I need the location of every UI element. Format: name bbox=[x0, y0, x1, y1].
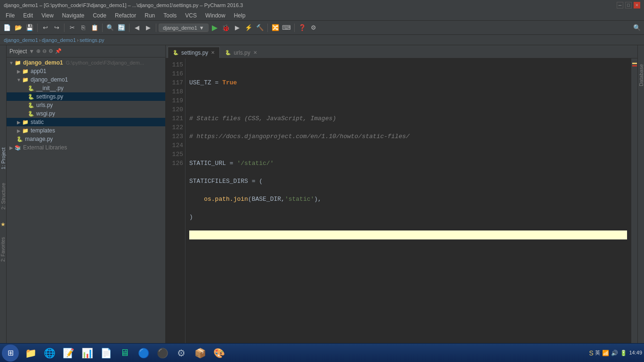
notepad-icon: 📝 bbox=[63, 347, 74, 359]
undo-button[interactable]: ↩ bbox=[40, 23, 50, 33]
taskbar-chrome[interactable]: 🔵 bbox=[135, 344, 153, 362]
settings-icon[interactable]: ⚙ bbox=[48, 48, 53, 54]
tab-settings-py[interactable]: 🐍 settings.py ✕ bbox=[168, 47, 220, 58]
tree-wsgi-label: wsgi.py bbox=[36, 110, 55, 117]
taskbar-notepad[interactable]: 📝 bbox=[59, 344, 77, 362]
minimize-button[interactable]: ─ bbox=[617, 2, 623, 8]
taskbar-app2[interactable]: 🎨 bbox=[210, 344, 228, 362]
taskbar-browser[interactable]: 🌐 bbox=[40, 344, 58, 362]
cut-button[interactable]: ✂ bbox=[67, 23, 77, 33]
tree-root-label: django_demo1 bbox=[23, 59, 63, 66]
replace-button[interactable]: 🔄 bbox=[116, 23, 127, 33]
tab-urls-py[interactable]: 🐍 urls.py ✕ bbox=[220, 47, 262, 58]
tree-item-templates[interactable]: ▶ 📁 templates bbox=[7, 126, 165, 135]
code-editor[interactable]: USE_TZ = True # Static files (CSS, JavaS… bbox=[185, 58, 631, 362]
windows-logo-icon: ⊞ bbox=[8, 348, 14, 357]
search-everywhere-button[interactable]: 🔍 bbox=[632, 23, 642, 33]
menu-file[interactable]: File bbox=[2, 11, 18, 20]
new-file-button[interactable]: 📄 bbox=[2, 23, 12, 33]
code-area[interactable]: 115 116 117 118 119 120 121 122 123 124 … bbox=[166, 58, 637, 362]
taskbar-sogou-icon[interactable]: S bbox=[589, 349, 593, 357]
pin-icon[interactable]: 📌 bbox=[55, 48, 62, 54]
maximize-button[interactable]: □ bbox=[625, 2, 632, 8]
copy-button[interactable]: ⎘ bbox=[78, 23, 89, 33]
panel-tab-project[interactable]: 1: Project bbox=[0, 146, 7, 171]
menu-run[interactable]: Run bbox=[141, 11, 159, 20]
vcs-button[interactable]: 🔀 bbox=[270, 23, 281, 33]
toolbar-separator-3 bbox=[102, 24, 103, 32]
toolbar-separator-4 bbox=[129, 24, 129, 32]
toolbar-separator-6 bbox=[267, 24, 268, 32]
close-button[interactable]: ✕ bbox=[634, 2, 640, 8]
run-config-selector[interactable]: django_demo1 ▼ bbox=[159, 24, 209, 32]
menu-navigate[interactable]: Navigate bbox=[58, 11, 88, 20]
project-dropdown-icon[interactable]: ▼ bbox=[29, 48, 34, 55]
back-button[interactable]: ◀ bbox=[132, 23, 142, 33]
expand-icon[interactable]: ⊕ bbox=[36, 48, 40, 54]
favorites-label[interactable]: 2: Favorites bbox=[0, 237, 6, 262]
root-arrow-icon: ▼ bbox=[8, 60, 14, 66]
tree-item-settings[interactable]: 🐍 settings.py bbox=[7, 92, 165, 101]
help-toolbar-button[interactable]: ❓ bbox=[297, 23, 307, 33]
taskbar-excel[interactable]: 📊 bbox=[78, 344, 96, 362]
run-button[interactable]: ▶ bbox=[209, 23, 220, 33]
menu-refactor[interactable]: Refactor bbox=[111, 11, 140, 20]
panel-tab-structure[interactable]: 2: Structure bbox=[0, 181, 7, 212]
code-line-120: # https://docs.djangoproject.com/en/1.10… bbox=[189, 132, 627, 141]
breadcrumb-project[interactable]: django_demo1 bbox=[4, 37, 38, 43]
taskbar-word[interactable]: 📄 bbox=[97, 344, 115, 362]
ext-libs-arrow-icon: ▶ bbox=[8, 145, 14, 150]
tree-item-manage[interactable]: 🐍 manage.py bbox=[7, 135, 165, 143]
tree-item-init[interactable]: 🐍 __init__.py bbox=[7, 84, 165, 92]
menu-tools[interactable]: Tools bbox=[160, 11, 180, 20]
project-label: Project bbox=[9, 48, 27, 55]
profile-button[interactable]: ⚡ bbox=[243, 23, 254, 33]
tree-item-app01[interactable]: ▶ 📁 app01 bbox=[7, 67, 165, 75]
settings-button[interactable]: ⚙ bbox=[308, 23, 319, 33]
tree-item-urls[interactable]: 🐍 urls.py bbox=[7, 101, 165, 109]
menu-view[interactable]: View bbox=[38, 11, 57, 20]
breadcrumb-file[interactable]: settings.py bbox=[80, 37, 105, 43]
paste-button[interactable]: 📋 bbox=[89, 23, 100, 33]
toolbar-separator-1 bbox=[37, 24, 38, 32]
save-button[interactable]: 💾 bbox=[24, 23, 35, 33]
word-icon: 📄 bbox=[100, 347, 112, 359]
tree-root[interactable]: ▼ 📁 django_demo1 G:\python_code\F3\djang… bbox=[7, 58, 165, 67]
menu-edit[interactable]: Edit bbox=[19, 11, 37, 20]
taskbar-explorer[interactable]: 📁 bbox=[22, 344, 40, 362]
taskbar-terminal[interactable]: ⚫ bbox=[153, 344, 171, 362]
editor-area: 🐍 settings.py ✕ 🐍 urls.py ✕ 115 116 117 … bbox=[166, 45, 637, 362]
build-button[interactable]: 🔨 bbox=[255, 23, 265, 33]
terminal-button[interactable]: ⌨ bbox=[282, 23, 292, 33]
breadcrumb-module[interactable]: django_demo1 bbox=[41, 37, 76, 43]
taskbar-app1[interactable]: 📦 bbox=[191, 344, 209, 362]
menu-code[interactable]: Code bbox=[89, 11, 110, 20]
taskbar-network-icon: 📶 bbox=[602, 350, 609, 356]
collapse-icon[interactable]: ⊖ bbox=[42, 48, 47, 54]
debug-button[interactable]: 🐞 bbox=[221, 23, 231, 33]
tree-item-django-demo1[interactable]: ▼ 📁 django_demo1 bbox=[7, 75, 165, 84]
open-button[interactable]: 📂 bbox=[13, 23, 24, 33]
database-sidebar-label[interactable]: Database bbox=[638, 64, 644, 86]
urls-tab-close-icon[interactable]: ✕ bbox=[253, 50, 257, 55]
search-button[interactable]: 🔍 bbox=[105, 23, 115, 33]
redo-button[interactable]: ↪ bbox=[51, 23, 62, 33]
tree-item-static[interactable]: ▶ 📁 static bbox=[7, 118, 165, 126]
menu-window[interactable]: Window bbox=[201, 11, 229, 20]
tree-item-external-libs[interactable]: ▶ 📚 External Libraries bbox=[7, 143, 165, 152]
excel-icon: 📊 bbox=[81, 347, 93, 359]
forward-button[interactable]: ▶ bbox=[143, 23, 153, 33]
root-folder-icon: 📁 bbox=[14, 59, 22, 66]
title-bar: django_demo1 – [G:\python_code\F3\django… bbox=[0, 0, 644, 10]
tree-item-wsgi[interactable]: 🐍 wsgi.py bbox=[7, 109, 165, 118]
breadcrumb: django_demo1 › django_demo1 › settings.p… bbox=[0, 35, 644, 45]
toolbar-separator-7 bbox=[294, 24, 295, 32]
coverage-button[interactable]: ▶ bbox=[232, 23, 242, 33]
menu-bar: File Edit View Navigate Code Refactor Ru… bbox=[0, 10, 644, 21]
taskbar-pycharm[interactable]: 🖥 bbox=[116, 344, 134, 362]
menu-help[interactable]: Help bbox=[230, 11, 250, 20]
taskbar-settings-2[interactable]: ⚙ bbox=[172, 344, 190, 362]
menu-vcs[interactable]: VCS bbox=[181, 11, 201, 20]
start-button[interactable]: ⊞ bbox=[2, 345, 19, 362]
settings-tab-close-icon[interactable]: ✕ bbox=[211, 50, 215, 55]
